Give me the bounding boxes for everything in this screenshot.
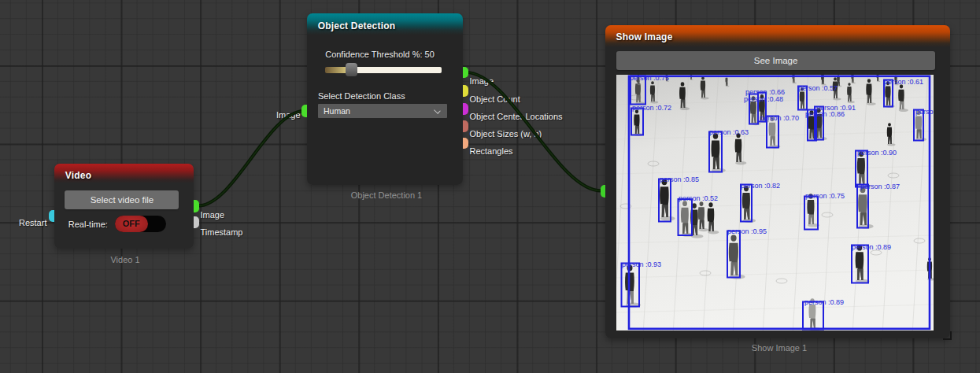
svg-text:person :0.72: person :0.72 xyxy=(632,104,671,112)
svg-text:person :0.93: person :0.93 xyxy=(622,260,661,268)
svg-text:person :0.86: person :0.86 xyxy=(805,110,845,118)
svg-text:person :0.75: person :0.75 xyxy=(630,75,669,82)
svg-text:person: person xyxy=(915,108,934,116)
svg-text:person :0.63: person :0.63 xyxy=(709,128,749,136)
svg-text:person :0.89: person :0.89 xyxy=(804,298,844,306)
svg-text:person :0.89: person :0.89 xyxy=(852,243,891,251)
svg-text:person :0.82: person :0.82 xyxy=(741,182,780,190)
svg-text:person :0.87: person :0.87 xyxy=(860,183,900,190)
svg-text:person :0.85: person :0.85 xyxy=(660,175,699,183)
svg-text:person :0.57: person :0.57 xyxy=(798,84,838,92)
svg-text:person :0.52: person :0.52 xyxy=(679,194,718,202)
svg-text:person :0.75: person :0.75 xyxy=(805,192,845,200)
svg-text:person :0.90: person :0.90 xyxy=(857,149,897,157)
svg-text:person :0.48: person :0.48 xyxy=(744,95,783,103)
svg-text:person :0.70: person :0.70 xyxy=(760,114,799,122)
svg-text:person :0.95: person :0.95 xyxy=(727,227,767,235)
svg-text:person :0.61: person :0.61 xyxy=(884,78,923,86)
